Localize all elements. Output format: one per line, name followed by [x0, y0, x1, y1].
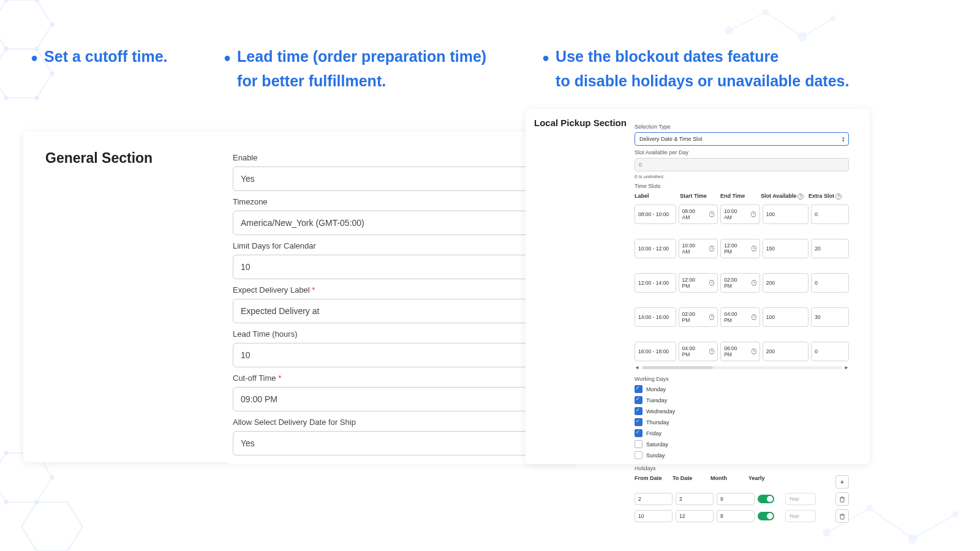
- ts-header-avail: Slot Available?: [761, 193, 809, 200]
- feature-leadtime: ● Lead time (order preparation time) for…: [224, 44, 530, 93]
- checkbox[interactable]: [635, 385, 643, 393]
- holiday-month-input[interactable]: 8: [717, 510, 755, 522]
- scroll-left-icon[interactable]: ◄: [635, 365, 639, 370]
- svg-line-33: [913, 514, 956, 539]
- slot-available-value: 0: [639, 162, 642, 168]
- holiday-month-input[interactable]: 9: [717, 493, 755, 505]
- slot-start-input[interactable]: 12:00 PM: [679, 273, 718, 293]
- slot-start-input[interactable]: 10:00 AM: [679, 239, 718, 258]
- slot-start-input[interactable]: 02:00 PM: [679, 307, 718, 327]
- working-day-label: Saturday: [646, 441, 668, 448]
- slot-end-input[interactable]: 04:00 PM: [720, 307, 760, 327]
- slot-end-input[interactable]: 02:00 PM: [720, 273, 760, 293]
- svg-point-24: [35, 500, 39, 504]
- holiday-to-input[interactable]: 12: [676, 510, 714, 522]
- working-day-row: Friday: [635, 429, 849, 437]
- svg-line-16: [729, 12, 766, 31]
- chevron-updown-icon: ▴▾: [842, 136, 844, 142]
- svg-point-4: [50, 23, 54, 26]
- svg-point-3: [35, 0, 39, 2]
- slot-label-input[interactable]: 08:00 - 10:00: [635, 204, 676, 224]
- svg-point-12: [725, 27, 733, 34]
- help-icon[interactable]: ?: [835, 193, 842, 200]
- hol-header-month: Month: [710, 475, 748, 489]
- holiday-from-input[interactable]: 10: [635, 510, 673, 522]
- slot-start-input[interactable]: 08:00 AM: [679, 204, 718, 224]
- svg-point-25: [4, 500, 8, 504]
- slot-available-input[interactable]: 100: [763, 307, 809, 327]
- slot-available-input[interactable]: 100: [763, 204, 809, 224]
- hol-header-yearly: Yearly: [748, 475, 810, 489]
- slot-label-input[interactable]: 12:00 - 14:00: [635, 273, 676, 293]
- svg-point-28: [867, 505, 873, 511]
- slot-available-input[interactable]: 150: [763, 239, 809, 258]
- clock-icon: [709, 349, 714, 354]
- svg-rect-37: [840, 515, 844, 519]
- svg-line-18: [802, 18, 833, 37]
- checkbox[interactable]: [635, 396, 643, 404]
- holiday-year-input[interactable]: Year: [785, 510, 816, 522]
- time-slot-row: 14:00 - 16:0002:00 PM04:00 PM10030: [635, 307, 849, 327]
- slot-label-input[interactable]: 16:00 - 18:00: [635, 342, 676, 361]
- ts-header-extra: Extra Slot?: [809, 193, 842, 200]
- yearly-toggle[interactable]: [758, 495, 774, 503]
- slot-extra-input[interactable]: 0: [811, 273, 849, 293]
- hol-header-from: From Date: [635, 475, 673, 489]
- slot-end-input[interactable]: 12:00 PM: [720, 239, 760, 258]
- add-holiday-button[interactable]: +: [835, 475, 849, 489]
- holidays-header: From Date To Date Month Yearly +: [635, 475, 849, 489]
- slot-available-label: Slot Available per Day: [635, 149, 849, 156]
- slot-available-input[interactable]: 200: [763, 342, 809, 361]
- slot-end-input[interactable]: 06:00 PM: [720, 342, 760, 361]
- clock-icon: [751, 212, 756, 217]
- hol-header-to: To Date: [673, 475, 710, 489]
- holiday-to-input[interactable]: 2: [676, 493, 714, 505]
- general-section-panel: General Section Enable Yes ▴▾ Timezone A…: [23, 132, 579, 462]
- delete-holiday-button[interactable]: [835, 509, 849, 523]
- yearly-toggle[interactable]: [758, 512, 774, 520]
- selection-type-select[interactable]: Delivery Date & Time Slot ▴▾: [635, 132, 849, 146]
- scroll-right-icon[interactable]: ►: [844, 365, 849, 370]
- horizontal-scrollbar[interactable]: ◄ ►: [635, 365, 849, 370]
- slot-extra-input[interactable]: 0: [811, 342, 849, 361]
- checkbox[interactable]: [635, 429, 643, 437]
- time-slot-row: 10:00 - 12:0010:00 AM12:00 PM15020: [635, 239, 849, 258]
- svg-point-10: [4, 96, 8, 100]
- ts-header-label: Label: [635, 193, 680, 200]
- holiday-from-input[interactable]: 2: [635, 493, 673, 505]
- delete-holiday-button[interactable]: [835, 492, 849, 506]
- checkbox[interactable]: [635, 418, 643, 426]
- slot-label-input[interactable]: 10:00 - 12:00: [635, 239, 676, 258]
- checkbox[interactable]: [635, 451, 643, 459]
- checkbox[interactable]: [635, 407, 643, 415]
- slot-start-input[interactable]: 04:00 PM: [679, 342, 718, 361]
- bullet-icon: ●: [31, 49, 38, 98]
- slot-extra-input[interactable]: 30: [811, 307, 849, 327]
- slot-extra-input[interactable]: 20: [811, 239, 849, 258]
- svg-point-15: [831, 16, 835, 21]
- svg-line-32: [870, 508, 913, 539]
- working-day-label: Thursday: [646, 419, 669, 425]
- clock-icon: [709, 280, 714, 286]
- slot-label-input[interactable]: 14:00 - 16:00: [635, 307, 676, 327]
- help-icon[interactable]: ?: [797, 193, 804, 200]
- slot-available-input[interactable]: 0: [635, 158, 849, 171]
- selection-type-label: Selection Type: [635, 124, 849, 130]
- plus-icon: +: [840, 479, 844, 485]
- holiday-year-input[interactable]: Year: [785, 493, 816, 505]
- working-day-label: Tuesday: [646, 397, 667, 403]
- holiday-row: 229Year: [635, 492, 849, 506]
- slot-end-input[interactable]: 10:00 AM: [720, 204, 760, 224]
- feature-text: Use the blockout dates feature: [556, 44, 849, 69]
- selection-type-value: Delivery Date & Time Slot: [639, 136, 703, 142]
- svg-marker-0: [0, 0, 52, 49]
- checkbox[interactable]: [635, 440, 643, 448]
- clock-icon: [751, 246, 756, 252]
- slot-extra-input[interactable]: 0: [811, 204, 849, 224]
- ts-header-end: End Time: [720, 193, 761, 200]
- trash-icon: [839, 513, 845, 520]
- clock-icon: [751, 349, 756, 354]
- slot-available-input[interactable]: 200: [763, 273, 809, 293]
- time-slots-header: Label Start Time End Time Slot Available…: [635, 193, 849, 200]
- time-slot-row: 08:00 - 10:0008:00 AM10:00 AM1000: [635, 204, 849, 224]
